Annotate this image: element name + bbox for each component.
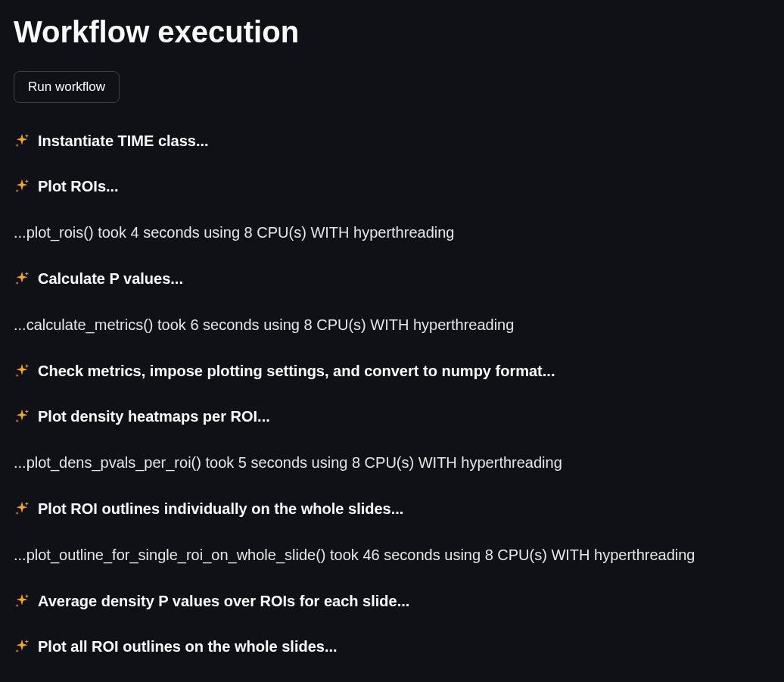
workflow-step: Plot ROIs... — [14, 176, 770, 197]
timing-output: ...plot_outline_for_single_roi_on_whole_… — [14, 543, 770, 566]
log-entry: ...plot_rois() took 4 seconds using 8 CP… — [14, 221, 770, 244]
log-entry: ...calculate_metrics() took 6 seconds us… — [14, 313, 770, 336]
log-entry: Calculate P values... — [14, 268, 770, 289]
workflow-step: Instantiate TIME class... — [14, 130, 770, 151]
workflow-step: Check metrics, impose plotting settings,… — [14, 360, 770, 381]
sparkle-icon — [14, 408, 30, 425]
workflow-step: Plot ROI outlines individually on the wh… — [14, 498, 770, 519]
step-label: Check metrics, impose plotting settings,… — [38, 360, 555, 381]
sparkle-icon — [14, 638, 30, 655]
log-entry: ...plot_dens_pvals_per_roi() took 5 seco… — [14, 451, 770, 474]
timing-output: ...plot_rois() took 4 seconds using 8 CP… — [14, 221, 770, 244]
sparkle-icon — [14, 270, 30, 287]
sparkle-icon — [14, 500, 30, 517]
log-entry: Plot all ROI outlines on the whole slide… — [14, 636, 770, 657]
sparkle-icon — [14, 593, 30, 609]
run-workflow-button[interactable]: Run workflow — [14, 71, 120, 103]
timing-output: ...plot_dens_pvals_per_roi() took 5 seco… — [14, 451, 770, 474]
log-entry: ...plot_outline_for_single_roi_on_whole_… — [14, 543, 770, 566]
workflow-step: Plot all ROI outlines on the whole slide… — [14, 636, 770, 657]
sparkle-icon — [14, 178, 30, 195]
workflow-log: Instantiate TIME class...Plot ROIs......… — [14, 130, 770, 657]
log-entry: Average density P values over ROIs for e… — [14, 590, 770, 612]
step-label: Instantiate TIME class... — [38, 130, 209, 151]
log-entry: Plot density heatmaps per ROI... — [14, 406, 770, 427]
sparkle-icon — [14, 363, 30, 379]
workflow-step: Plot density heatmaps per ROI... — [14, 406, 770, 427]
workflow-step: Calculate P values... — [14, 268, 770, 289]
step-label: Calculate P values... — [38, 268, 183, 289]
step-label: Plot density heatmaps per ROI... — [38, 406, 270, 427]
log-entry: Instantiate TIME class... — [14, 130, 770, 151]
workflow-step: Average density P values over ROIs for e… — [14, 590, 770, 612]
log-entry: Check metrics, impose plotting settings,… — [14, 360, 770, 381]
log-entry: Plot ROIs... — [14, 176, 770, 197]
sparkle-icon — [14, 132, 30, 149]
timing-output: ...calculate_metrics() took 6 seconds us… — [14, 313, 770, 336]
page-title: Workflow execution — [14, 14, 770, 50]
step-label: Plot all ROI outlines on the whole slide… — [38, 636, 338, 657]
step-label: Average density P values over ROIs for e… — [38, 590, 409, 612]
log-entry: Plot ROI outlines individually on the wh… — [14, 498, 770, 519]
step-label: Plot ROIs... — [38, 176, 119, 197]
step-label: Plot ROI outlines individually on the wh… — [38, 498, 403, 519]
